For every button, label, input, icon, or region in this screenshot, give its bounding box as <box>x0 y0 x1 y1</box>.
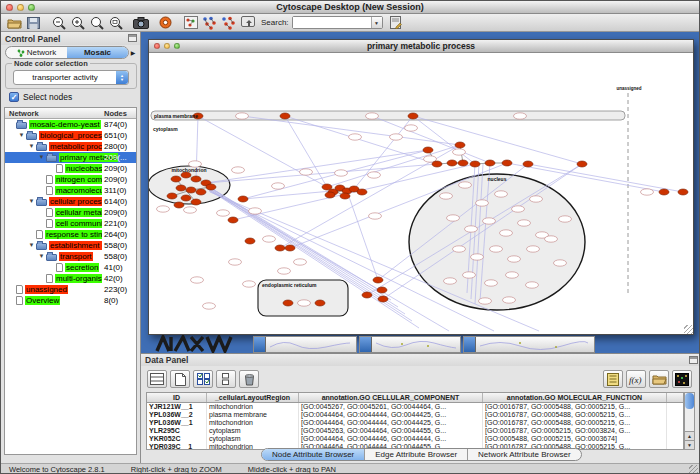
scroll-up-button[interactable]: ▲ <box>685 431 694 440</box>
network-node[interactable] <box>366 113 379 119</box>
tree-row[interactable]: mosaic-demo-yeast874(0) <box>5 119 136 130</box>
network-node-selected[interactable] <box>357 189 367 195</box>
network-node-selected[interactable] <box>206 184 216 190</box>
table-scrollbar[interactable]: ▲ ▼ <box>684 392 695 450</box>
table-cell[interactable]: YPL036W__2 <box>147 411 207 419</box>
network-node[interactable] <box>278 268 291 274</box>
tree-row[interactable]: ▼cellular process614(0) <box>5 196 136 207</box>
tree-row[interactable]: ▼biological_process651(0) <box>5 130 136 141</box>
network-node-selected[interactable] <box>577 161 587 167</box>
annotation-icon[interactable] <box>387 15 404 30</box>
network-node[interactable] <box>349 134 362 140</box>
tree-row[interactable]: ▼transport558(0) <box>5 251 136 262</box>
network-node-selected[interactable] <box>186 187 196 193</box>
network-node-selected[interactable] <box>176 185 186 191</box>
tab-network[interactable]: Network <box>6 47 67 58</box>
network-node-selected[interactable] <box>280 113 290 119</box>
table-cell[interactable]: YJR121W__1 <box>147 403 207 411</box>
network-node[interactable] <box>518 220 531 226</box>
network-node-selected[interactable] <box>458 160 468 166</box>
tab-node-attribute-browser[interactable]: Node Attribute Browser <box>262 449 365 460</box>
tree-expand-arrow[interactable]: ▼ <box>27 141 36 152</box>
network-node[interactable] <box>526 282 539 288</box>
table-cell[interactable]: [GO:0044464, GO:0044444, GO:0044425, G..… <box>299 419 483 427</box>
table-row[interactable]: YPL036W__1mitochondrion[GO:0044464, GO:0… <box>147 419 683 427</box>
tree-expand-arrow[interactable]: ▼ <box>37 251 46 262</box>
network-node[interactable] <box>527 246 540 252</box>
table-cell[interactable]: YDR039C__1 <box>147 443 207 450</box>
scrollbar-thumb[interactable] <box>685 393 694 409</box>
network-node-selected[interactable] <box>377 287 387 293</box>
network-node[interactable] <box>453 149 466 155</box>
table-cell[interactable]: [GO:0016787, GO:0005488, GO:0005215, G..… <box>483 403 667 411</box>
network-window-resize-grip[interactable] <box>684 325 693 334</box>
network-node[interactable] <box>272 183 285 189</box>
unselect-all-attributes-icon[interactable] <box>216 370 236 388</box>
network-node[interactable] <box>191 277 204 283</box>
network-node-selected[interactable] <box>408 113 418 119</box>
tab-edge-attribute-browser[interactable]: Edge Attribute Browser <box>365 449 468 460</box>
network-node[interactable] <box>485 280 498 286</box>
table-cell[interactable]: [GO:0016787, GO:0005488, GO:0005215, G..… <box>483 419 667 427</box>
select-nodes-checkbox[interactable]: ✓ <box>9 92 19 102</box>
network-node-selected[interactable] <box>174 202 184 208</box>
tab-mosaic[interactable]: Mosaic <box>67 47 128 58</box>
network-node-selected[interactable] <box>470 161 480 167</box>
tree-expand-arrow[interactable]: ▼ <box>27 240 36 251</box>
table-cell[interactable]: [GO:0016787, GO:0005215, GO:0003824, G..… <box>483 427 667 435</box>
network-node[interactable] <box>506 272 519 278</box>
table-cell[interactable]: YPL036W__1 <box>147 419 207 427</box>
column-header[interactable]: annotation.GO MOLECULAR_FUNCTION <box>483 393 667 402</box>
table-row[interactable]: YLR295Ccytoplasm[GO:0045263, GO:0044464,… <box>147 427 683 435</box>
tree-row[interactable]: ▼primary metabol209(... <box>5 152 136 163</box>
network-node-selected[interactable] <box>485 160 495 166</box>
network-node[interactable] <box>503 297 516 303</box>
network-node[interactable] <box>447 215 460 221</box>
tree-expand-arrow[interactable]: ▼ <box>27 196 36 207</box>
zoom-out-icon[interactable] <box>50 15 67 30</box>
tab-network-attribute-browser[interactable]: Network Attribute Browser <box>468 449 580 460</box>
zoom-in-icon[interactable] <box>69 15 86 30</box>
zoom-selected-region-icon[interactable] <box>88 15 105 30</box>
network-node-selected[interactable] <box>378 296 388 302</box>
save-session-icon[interactable] <box>25 15 42 30</box>
network-node-selected[interactable] <box>447 160 457 166</box>
network-node-selected[interactable] <box>432 161 442 167</box>
table-cell[interactable]: cytoplasm <box>207 435 299 443</box>
network-node[interactable] <box>243 281 256 287</box>
create-new-attribute-icon[interactable] <box>170 370 190 388</box>
network-node[interactable] <box>229 259 242 265</box>
tree-row[interactable]: cell communicat221(0) <box>5 218 136 229</box>
tree-row[interactable]: Overview8(0) <box>5 295 136 306</box>
attribute-editor-icon[interactable] <box>603 370 623 388</box>
table-row[interactable]: YKR052Ccytoplasm[GO:0044464, GO:0044446,… <box>147 435 683 443</box>
table-cell[interactable]: YLR295C <box>147 427 207 435</box>
search-input[interactable] <box>293 17 371 28</box>
table-cell[interactable]: [GO:0044464, GO:0044446, GO:0044444, G..… <box>299 435 483 443</box>
tree-row[interactable]: cellular metabol209(0) <box>5 207 136 218</box>
network-node-selected[interactable] <box>181 195 191 201</box>
table-cell[interactable]: mitochondrion <box>207 403 299 411</box>
network-node[interactable] <box>514 113 527 119</box>
column-header[interactable]: annotation.GO CELLULAR_COMPONENT <box>299 393 483 402</box>
network-node[interactable] <box>369 213 382 219</box>
network-node[interactable] <box>263 236 276 242</box>
table-row[interactable]: YJR121W__1mitochondrion[GO:0045267, GO:0… <box>147 403 683 411</box>
node-color-dropdown[interactable]: transporter activity ▲▼ <box>13 70 129 85</box>
network-node[interactable] <box>300 169 313 175</box>
new-network-from-selection-selected-edges-icon[interactable] <box>220 15 237 30</box>
network-node[interactable] <box>217 210 230 216</box>
show-graphics-details-icon[interactable] <box>239 15 256 30</box>
network-node[interactable] <box>236 113 249 119</box>
network-node-selected[interactable] <box>171 176 181 182</box>
table-cell[interactable]: [GO:0045267, GO:0045261, GO:0044464, G..… <box>299 403 483 411</box>
tree-row[interactable]: ▼establishment of lo558(0) <box>5 240 136 251</box>
network-node[interactable] <box>559 216 572 222</box>
tree-row[interactable]: multi-organism pro42(0) <box>5 273 136 284</box>
network-node[interactable] <box>479 298 492 304</box>
zoom-fit-icon[interactable] <box>107 15 124 30</box>
table-cell[interactable]: cytoplasm <box>207 427 299 435</box>
delete-attribute-icon[interactable] <box>239 370 259 388</box>
network-node[interactable] <box>444 278 457 284</box>
tree-row[interactable]: response to stimulu264(0) <box>5 229 136 240</box>
